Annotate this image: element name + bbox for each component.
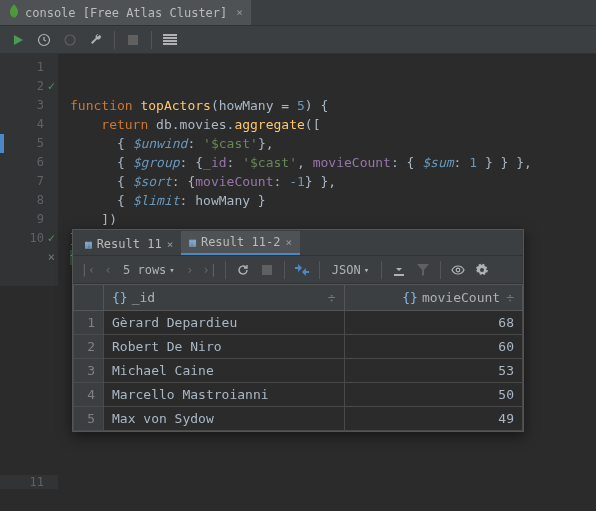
export-button[interactable] bbox=[388, 259, 410, 281]
filter-button-disabled bbox=[412, 259, 434, 281]
table-row[interactable]: 5Max von Sydow49 bbox=[74, 407, 523, 431]
row-number: 4 bbox=[74, 383, 104, 407]
stop-button-disabled bbox=[256, 259, 278, 281]
table-row[interactable]: 3Michael Caine53 bbox=[74, 359, 523, 383]
mongodb-icon bbox=[8, 4, 20, 21]
toolbar-separator bbox=[319, 261, 320, 279]
next-page-button[interactable]: › bbox=[181, 263, 199, 277]
cell-moviecount[interactable]: 60 bbox=[344, 335, 522, 359]
row-number: 1 bbox=[74, 311, 104, 335]
history-button[interactable] bbox=[32, 28, 56, 52]
settings-wrench-button[interactable] bbox=[84, 28, 108, 52]
run-button[interactable] bbox=[6, 28, 30, 52]
refresh-button[interactable] bbox=[232, 259, 254, 281]
disabled-circle-icon bbox=[58, 28, 82, 52]
editor-tab-bar: console [Free Atlas Cluster] × bbox=[0, 0, 596, 26]
toolbar-separator bbox=[381, 261, 382, 279]
table-icon: ▦ bbox=[189, 236, 196, 249]
cell-id[interactable]: Robert De Niro bbox=[104, 335, 345, 359]
cell-id[interactable]: Marcello Mastroianni bbox=[104, 383, 345, 407]
stop-button-disabled bbox=[121, 28, 145, 52]
svg-point-1 bbox=[65, 35, 75, 45]
chevron-down-icon: ▾ bbox=[364, 265, 369, 275]
svg-rect-5 bbox=[163, 40, 177, 42]
cell-moviecount[interactable]: 50 bbox=[344, 383, 522, 407]
rows-count-dropdown[interactable]: 5 rows ▾ bbox=[123, 263, 175, 277]
cell-moviecount[interactable]: 68 bbox=[344, 311, 522, 335]
svg-point-8 bbox=[456, 268, 460, 272]
column-header-id[interactable]: {}_id÷ bbox=[104, 285, 345, 311]
svg-rect-6 bbox=[163, 43, 177, 45]
first-page-button[interactable]: |‹ bbox=[79, 263, 97, 277]
result-tab[interactable]: ▦ Result 11 × bbox=[77, 233, 181, 255]
toolbar-separator bbox=[440, 261, 441, 279]
toolbar-separator bbox=[225, 261, 226, 279]
close-icon[interactable]: × bbox=[236, 6, 243, 19]
line-gutter: 1 2 3 4 5 6 7 8 9 10 bbox=[0, 54, 58, 286]
row-number-header bbox=[74, 285, 104, 311]
table-row[interactable]: 2Robert De Niro60 bbox=[74, 335, 523, 359]
toolbar-separator bbox=[114, 31, 115, 49]
eye-button[interactable] bbox=[447, 259, 469, 281]
table-icon: ▦ bbox=[85, 238, 92, 251]
table-row[interactable]: 1Gèrard Depardieu68 bbox=[74, 311, 523, 335]
result-tabs: ▦ Result 11 × ▦ Result 11-2 × bbox=[73, 230, 523, 256]
svg-rect-7 bbox=[262, 265, 272, 275]
result-tab-label: Result 11 bbox=[97, 237, 162, 251]
row-number: 5 bbox=[74, 407, 104, 431]
row-number: 2 bbox=[74, 335, 104, 359]
cell-moviecount[interactable]: 49 bbox=[344, 407, 522, 431]
chevron-down-icon: ▾ bbox=[169, 265, 174, 275]
toolbar-separator bbox=[284, 261, 285, 279]
settings-gear-button[interactable] bbox=[471, 259, 493, 281]
close-icon[interactable]: × bbox=[167, 238, 174, 251]
line-number-11: 11 bbox=[0, 475, 58, 489]
view-mode-dropdown[interactable]: JSON ▾ bbox=[332, 263, 369, 277]
svg-rect-4 bbox=[163, 37, 177, 39]
svg-rect-3 bbox=[163, 34, 177, 36]
table-row[interactable]: 4Marcello Mastroianni50 bbox=[74, 383, 523, 407]
prev-page-button[interactable]: ‹ bbox=[99, 263, 117, 277]
results-panel: ▦ Result 11 × ▦ Result 11-2 × |‹ ‹ 5 row… bbox=[72, 229, 524, 432]
result-tab-label: Result 11-2 bbox=[201, 235, 280, 249]
svg-rect-2 bbox=[128, 35, 138, 45]
row-number: 3 bbox=[74, 359, 104, 383]
results-table: {}_id÷ {}movieCount÷ 1Gèrard Depardieu68… bbox=[73, 284, 523, 431]
results-toolbar: |‹ ‹ 5 rows ▾ › ›| JSON ▾ bbox=[73, 256, 523, 284]
toolbar-separator bbox=[151, 31, 152, 49]
cell-id[interactable]: Michael Caine bbox=[104, 359, 345, 383]
result-tab-active[interactable]: ▦ Result 11-2 × bbox=[181, 231, 300, 255]
last-page-button[interactable]: ›| bbox=[201, 263, 219, 277]
close-icon[interactable]: × bbox=[285, 236, 292, 249]
cell-id[interactable]: Max von Sydow bbox=[104, 407, 345, 431]
compare-button[interactable] bbox=[291, 259, 313, 281]
cell-id[interactable]: Gèrard Depardieu bbox=[104, 311, 345, 335]
main-toolbar bbox=[0, 26, 596, 54]
file-tab[interactable]: console [Free Atlas Cluster] × bbox=[0, 0, 251, 25]
tab-title: console [Free Atlas Cluster] bbox=[25, 6, 227, 20]
cell-moviecount[interactable]: 53 bbox=[344, 359, 522, 383]
grid-view-button[interactable] bbox=[158, 28, 182, 52]
column-header-moviecount[interactable]: {}movieCount÷ bbox=[344, 285, 522, 311]
